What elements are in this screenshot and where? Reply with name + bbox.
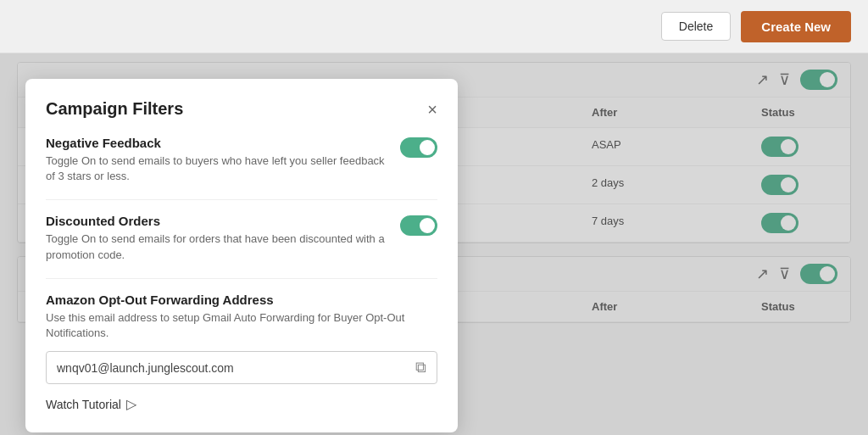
negative-feedback-section: Negative Feedback Toggle On to send emai… [46, 136, 437, 184]
discounted-orders-desc: Toggle On to send emails for orders that… [46, 231, 387, 262]
delete-button[interactable]: Delete [661, 12, 731, 41]
email-input[interactable] [57, 361, 415, 375]
copy-icon[interactable]: ⧉ [415, 359, 426, 376]
modal-close-button[interactable]: × [427, 101, 437, 118]
negative-feedback-title: Negative Feedback [46, 136, 387, 150]
toolbar: Delete Create New [0, 0, 868, 53]
discounted-orders-section: Discounted Orders Toggle On to send emai… [46, 214, 437, 262]
negative-feedback-toggle[interactable] [400, 137, 437, 158]
create-new-button[interactable]: Create New [741, 11, 851, 42]
opt-out-title: Amazon Opt-Out Forwarding Address [46, 293, 437, 307]
divider-2 [46, 278, 437, 279]
negative-feedback-row: Negative Feedback Toggle On to send emai… [46, 136, 437, 184]
amazon-opt-out-section: Amazon Opt-Out Forwarding Address Use th… [46, 293, 437, 412]
modal-title: Campaign Filters [46, 99, 183, 119]
campaign-filters-modal: Campaign Filters × Negative Feedback Tog… [25, 79, 458, 432]
divider-1 [46, 199, 437, 200]
play-icon: ▷ [126, 396, 136, 412]
discounted-orders-title: Discounted Orders [46, 214, 387, 228]
modal-header: Campaign Filters × [46, 99, 437, 119]
discounted-orders-text: Discounted Orders Toggle On to send emai… [46, 214, 387, 262]
watch-tutorial-label: Watch Tutorial [46, 398, 121, 411]
negative-feedback-text: Negative Feedback Toggle On to send emai… [46, 136, 387, 184]
email-input-row: ⧉ [46, 351, 437, 384]
watch-tutorial-link[interactable]: Watch Tutorial ▷ [46, 396, 437, 412]
negative-feedback-desc: Toggle On to send emails to buyers who h… [46, 153, 387, 184]
discounted-orders-row: Discounted Orders Toggle On to send emai… [46, 214, 437, 262]
discounted-orders-toggle[interactable] [400, 215, 437, 236]
main-content: ↗ ⊽ After Status sed ASAP [0, 53, 868, 435]
opt-out-desc: Use this email address to setup Gmail Au… [46, 310, 437, 341]
